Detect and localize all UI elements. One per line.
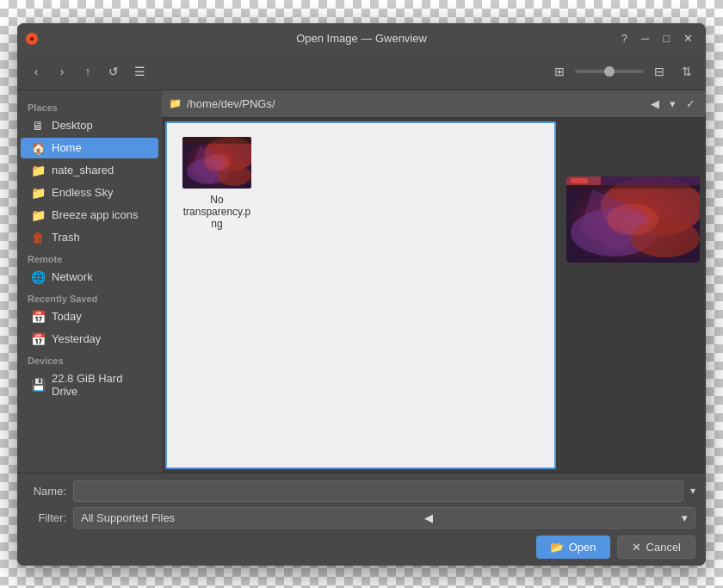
forward-button[interactable]: › [50,59,74,84]
trash-icon: 🗑 [31,231,45,244]
today-icon: 📅 [31,310,45,324]
svg-rect-16 [571,178,588,183]
remote-header: Remote [17,249,162,266]
svg-rect-6 [182,137,251,144]
sidebar-item-home[interactable]: 🏠 Home [21,138,158,158]
preview-mode-button[interactable]: ⊞ [547,59,572,84]
file-thumbnail [182,137,251,189]
desktop-icon: 🖥 [31,119,45,133]
svg-point-5 [204,154,230,171]
file-name: No transparency.png [181,194,253,230]
list-item[interactable]: No transparency.png [174,130,260,237]
file-area: 📁 /home/dev/PNGs/ ◀ ▾ ✓ [162,90,706,473]
close-button[interactable]: ● [26,33,38,45]
main-content: Places 🖥 Desktop 🏠 Home 📁 nate_shared 📁 … [17,90,706,473]
action-row: 📂 Open ✕ Cancel [28,535,695,559]
toolbar-right: ⊞ ⊟ ⇅ [547,59,699,84]
network-icon: 🌐 [31,270,45,284]
zoom-slider-container [575,70,644,73]
folder-icon-breeze: 📁 [31,208,45,222]
sort-button[interactable]: ⇅ [675,59,699,84]
titlebar: ● Open Image — Gwenview ? ─ □ ✕ [17,23,706,54]
sidebar-item-today[interactable]: 📅 Today [21,306,158,327]
preview-panel [559,118,706,473]
sidebar-item-network-label: Network [52,270,93,283]
sidebar-item-today-label: Today [52,310,82,323]
recently-saved-header: Recently Saved [17,288,162,306]
toolbar: ‹ › ↑ ↺ ☰ ⊞ ⊟ ⇅ [17,54,706,90]
cancel-icon: ✕ [632,541,641,554]
name-label: Name: [28,485,66,498]
open-button[interactable]: 📂 Open [536,535,610,559]
sidebar-item-network[interactable]: 🌐 Network [21,267,158,288]
sidebar-item-trash-label: Trash [52,231,80,244]
titlebar-actions: ? ─ □ ✕ [617,30,697,46]
svg-point-12 [607,204,658,235]
help-button[interactable]: ? [617,30,632,46]
folder-icon-endless: 📁 [31,186,45,200]
path-actions: ◀ ▾ ✓ [647,96,699,112]
up-button[interactable]: ↑ [76,59,100,84]
bottom-bar: Name: ▾ Filter: All Supported Files ◀ ▾ … [17,473,706,566]
name-row: Name: ▾ [28,480,695,502]
path-dropdown-button[interactable]: ▾ [666,96,679,112]
sidebar-item-trash[interactable]: 🗑 Trash [21,227,158,248]
sidebar-item-home-label: Home [52,141,82,154]
folder-icon-nate: 📁 [31,164,45,177]
sidebar-item-desktop-label: Desktop [52,119,93,132]
sidebar-item-endless-sky[interactable]: 📁 Endless Sky [21,183,158,203]
filter-label: Filter: [28,511,66,524]
sidebar-item-nate-shared[interactable]: 📁 nate_shared [21,160,158,181]
path-back-button[interactable]: ◀ [647,96,663,112]
main-window: ● Open Image — Gwenview ? ─ □ ✕ ‹ › ↑ ↺ … [17,23,706,566]
path-folder-icon: 📁 [169,97,182,109]
sidebar-item-desktop[interactable]: 🖥 Desktop [21,115,158,136]
sidebar-item-breeze-label: Breeze app icons [52,208,138,221]
open-label: Open [569,541,596,554]
file-container: No transparency.png [162,118,706,473]
cancel-button[interactable]: ✕ Cancel [617,535,695,559]
preview-svg [566,176,700,263]
sidebar-item-yesterday-label: Yesterday [52,332,101,345]
preview-image [566,176,700,263]
devices-header: Devices [17,350,162,368]
path-confirm-button[interactable]: ✓ [683,96,699,112]
path-text: /home/dev/PNGs/ [187,97,642,110]
yesterday-icon: 📅 [31,332,45,346]
bookmarks-button[interactable]: ☰ [127,59,151,84]
home-icon: 🏠 [31,141,45,155]
file-list[interactable]: No transparency.png [165,121,556,469]
maximize-button[interactable]: □ [658,30,674,46]
name-dropdown-icon[interactable]: ▾ [690,485,695,497]
details-mode-button[interactable]: ⊟ [647,59,671,84]
close-window-button[interactable]: ✕ [679,30,697,46]
sidebar-item-yesterday[interactable]: 📅 Yesterday [21,329,158,350]
zoom-slider[interactable] [575,70,644,73]
thumbnail-image [182,137,251,189]
sidebar: Places 🖥 Desktop 🏠 Home 📁 nate_shared 📁 … [17,90,162,473]
open-folder-icon: 📂 [550,541,564,554]
filter-select[interactable]: All Supported Files ◀ ▾ [73,507,695,529]
reload-button[interactable]: ↺ [102,59,126,84]
window-title: Open Image — Gwenview [296,32,427,45]
back-button[interactable]: ‹ [24,59,48,84]
zoom-thumb [604,66,615,77]
sidebar-item-nate-label: nate_shared [52,164,114,176]
sidebar-item-endless-label: Endless Sky [52,186,114,199]
cancel-label: Cancel [646,541,681,554]
minimize-button[interactable]: ─ [637,30,653,46]
places-header: Places [17,97,162,115]
name-input[interactable] [73,480,683,502]
path-bar: 📁 /home/dev/PNGs/ ◀ ▾ ✓ [162,90,706,118]
filter-dropdown-icon: ▾ [682,511,688,524]
filter-value: All Supported Files [81,511,175,524]
sidebar-item-hard-drive-label: 22.8 GiB Hard Drive [52,372,148,398]
hard-drive-icon: 💾 [31,378,45,392]
sidebar-item-hard-drive[interactable]: 💾 22.8 GiB Hard Drive [21,368,158,401]
filter-row: Filter: All Supported Files ◀ ▾ [28,507,695,529]
filter-back-icon: ◀ [424,511,433,524]
sidebar-item-breeze[interactable]: 📁 Breeze app icons [21,205,158,226]
